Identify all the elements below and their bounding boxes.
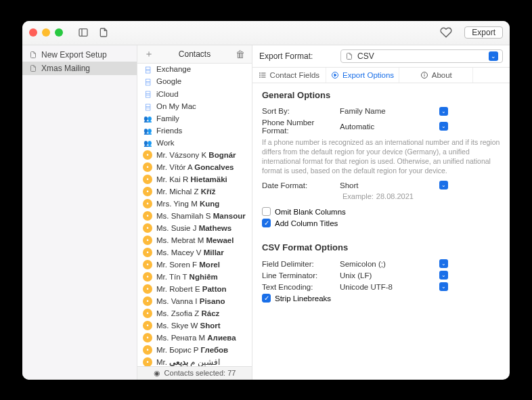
group-label: Family — [156, 114, 179, 124]
export-button[interactable]: Export — [464, 26, 503, 39]
contact-row[interactable]: •Mr. Michal Z Kříž — [137, 185, 252, 198]
contact-row[interactable]: •Ms. Mebrat M Mewael — [137, 234, 252, 246]
chevron-updown-icon: ⌄ — [439, 107, 448, 116]
avatar-icon: • — [143, 175, 152, 184]
sort-by-select[interactable]: Family Name ⌄ — [340, 107, 448, 116]
tab-label: Contact Fields — [270, 71, 320, 79]
tab-label: Export Options — [342, 71, 394, 79]
contacts-group-row[interactable]: ⌸Exchange — [137, 64, 252, 76]
chevron-updown-icon: ⌄ — [439, 271, 448, 280]
sidebar-item-label: New Export Setup — [41, 50, 107, 60]
minimize-dot[interactable] — [42, 28, 50, 37]
contact-row[interactable]: •Mrs. Ying M Kung — [137, 198, 252, 210]
play-circle-icon — [331, 71, 339, 79]
avatar-icon: • — [143, 272, 152, 282]
sidebar-item-new-export[interactable]: New Export Setup — [22, 48, 137, 62]
avatar-icon: • — [143, 296, 152, 306]
window-controls — [29, 28, 63, 37]
contacts-group-row[interactable]: 👥Friends — [137, 125, 252, 137]
contact-name: Mrs. Ying M Kung — [156, 200, 219, 209]
tab-export-options[interactable]: Export Options — [326, 68, 400, 83]
contacts-group-row[interactable]: 👥Work — [137, 137, 252, 150]
close-dot[interactable] — [29, 28, 37, 37]
document-icon — [29, 50, 37, 60]
contact-name: Mr. Tín T Nghiêm — [156, 273, 218, 282]
tray-icon: ⌸ — [143, 77, 152, 87]
contact-name: Ms. Vanna I Pisano — [156, 297, 225, 307]
zoom-dot[interactable] — [55, 28, 63, 37]
add-titles-checkbox[interactable]: ✓ — [262, 219, 271, 227]
avatar-icon: • — [143, 162, 152, 172]
contacts-header: ＋ Contacts 🗑 — [137, 45, 252, 64]
text-encoding-select[interactable]: Unicode UTF-8 ⌄ — [340, 282, 448, 291]
chevron-updown-icon: ⌄ — [439, 282, 448, 291]
svg-point-12 — [424, 73, 425, 74]
date-format-select[interactable]: Short ⌄ — [340, 181, 448, 190]
contact-name: Mr. Борис P Глебов — [156, 346, 228, 355]
group-label: Google — [156, 77, 181, 87]
omit-blank-checkbox[interactable] — [262, 207, 271, 216]
contact-row[interactable]: •Ms. Zsofia Z Rácz — [137, 307, 252, 319]
contact-name: Ms. Shamilah S Mansour — [156, 212, 246, 221]
contacts-group-row[interactable]: 👥Family — [137, 113, 252, 125]
heart-icon[interactable] — [440, 26, 452, 39]
general-options-heading: General Options — [262, 90, 500, 100]
phone-format-select[interactable]: Automatic ⌄ — [340, 122, 448, 131]
contact-row[interactable]: •Ms. Macey V Millar — [137, 246, 252, 259]
contact-name: Ms. Skye W Short — [156, 321, 221, 331]
contact-row[interactable]: •Ms. Shamilah S Mansour — [137, 210, 252, 222]
contact-row[interactable]: •Mr. Robert E Patton — [137, 283, 252, 295]
contact-row[interactable]: •Ms. Skye W Short — [137, 319, 252, 332]
contact-row[interactable]: •Mr. Kai R Hietamäki — [137, 173, 252, 185]
contacts-group-row[interactable]: ⌸Google — [137, 76, 252, 88]
tab-about[interactable]: About — [399, 68, 473, 83]
contact-row[interactable]: •Ms. Рената M Алиева — [137, 332, 252, 344]
contact-row[interactable]: •Mr. Soren F Morel — [137, 259, 252, 271]
field-delimiter-label: Field Delimiter: — [262, 260, 340, 268]
chevron-updown-icon: ⌄ — [439, 122, 448, 131]
contacts-footer: ◉ Contacts selected: 77 — [137, 366, 252, 380]
sidebar-toggle-icon[interactable] — [78, 27, 89, 38]
contact-row[interactable]: •Mr. افشین م بدیعی — [137, 356, 252, 365]
contact-row[interactable]: •Ms. Susie J Mathews — [137, 222, 252, 234]
strip-linebreaks-checkbox[interactable]: ✓ — [262, 294, 271, 303]
phone-format-note: If a phone number is recognized as an in… — [262, 136, 500, 180]
avatar-icon: • — [143, 211, 152, 221]
field-delimiter-select[interactable]: Semicolon (;) ⌄ — [340, 259, 448, 268]
svg-marker-9 — [334, 74, 336, 76]
contact-row[interactable]: •Mr. Vítór A Goncalves — [137, 161, 252, 173]
contacts-list[interactable]: ⌸Exchange⌸Google⌸iCloud⌸On My Mac👥Family… — [137, 64, 252, 366]
contact-row[interactable]: •Mr. Борис P Глебов — [137, 344, 252, 356]
contact-row[interactable]: •Mr. Vázsony K Bognár — [137, 149, 252, 161]
sidebar-item-xmas-mailing[interactable]: Xmas Mailing — [22, 62, 137, 75]
tab-contact-fields[interactable]: Contact Fields — [252, 68, 326, 83]
phone-format-label: Phone Number Format: — [262, 118, 340, 135]
document-icon[interactable] — [98, 27, 109, 38]
contact-row[interactable]: •Mr. Tín T Nghiêm — [137, 271, 252, 283]
avatar-icon: • — [143, 345, 152, 355]
contact-row[interactable]: •Ms. Vanna I Pisano — [137, 295, 252, 307]
field-delimiter-value: Semicolon (;) — [340, 260, 439, 268]
group-label: Work — [156, 139, 175, 148]
contacts-group-row[interactable]: ⌸On My Mac — [137, 101, 252, 113]
line-terminator-value: Unix (LF) — [340, 271, 439, 280]
eye-icon[interactable]: ◉ — [154, 369, 160, 378]
date-format-value: Short — [340, 181, 439, 190]
delete-contact-button[interactable]: 🗑 — [234, 49, 246, 60]
avatar-icon: • — [143, 309, 152, 318]
line-terminator-select[interactable]: Unix (LF) ⌄ — [340, 271, 448, 280]
document-icon — [29, 64, 37, 73]
line-terminator-label: Line Terminator: — [262, 271, 340, 280]
avatar-icon: • — [143, 357, 152, 365]
export-setups-sidebar: New Export Setup Xmas Mailing — [22, 45, 137, 380]
tray-icon: ⌸ — [143, 89, 152, 99]
svg-point-6 — [259, 74, 260, 75]
omit-blank-label: Omit Blank Columns — [275, 208, 346, 216]
add-contact-button[interactable]: ＋ — [143, 48, 155, 60]
text-encoding-label: Text Encoding: — [262, 283, 340, 291]
export-format-select[interactable]: CSV ⌄ — [340, 49, 503, 63]
contacts-group-row[interactable]: ⌸iCloud — [137, 88, 252, 100]
contact-name: Mr. Michal Z Kříž — [156, 187, 216, 197]
people-icon: 👥 — [143, 115, 152, 123]
csv-options-heading: CSV Format Options — [262, 242, 500, 252]
